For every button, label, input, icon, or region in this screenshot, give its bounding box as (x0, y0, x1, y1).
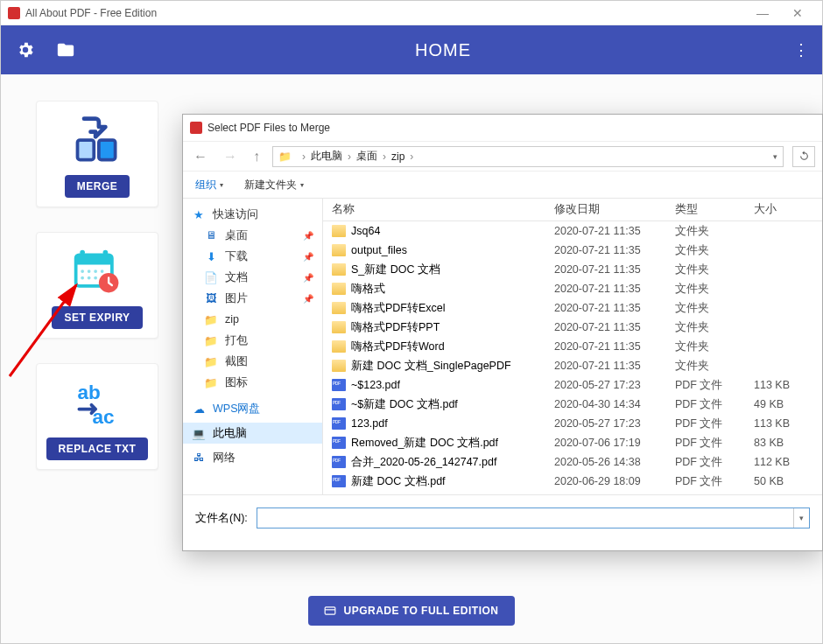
card-icon (324, 605, 336, 617)
col-name[interactable]: 名称 (332, 202, 554, 217)
file-row[interactable]: Jsq64 2020-07-21 11:35 文件夹 (323, 221, 822, 241)
desktop-icon: 🖥 (204, 228, 218, 242)
sidebar-wps[interactable]: ☁ WPS网盘 (183, 398, 322, 419)
dialog-title: Select PDF Files to Merge (208, 122, 330, 134)
col-type[interactable]: 类型 (675, 202, 754, 217)
window-title: All About PDF - Free Edition (25, 7, 745, 19)
star-icon: ★ (192, 207, 206, 221)
pc-icon: 💻 (192, 426, 206, 440)
col-size[interactable]: 大小 (754, 202, 822, 217)
titlebar: All About PDF - Free Edition — ✕ (1, 1, 822, 25)
upgrade-button[interactable]: UPGRADE TO FULL EDITION (308, 596, 514, 626)
folder-icon: 📁 (204, 333, 218, 347)
sidebar-item[interactable]: 🖥桌面📌 (183, 225, 322, 246)
nav-up-button[interactable]: ↑ (250, 149, 264, 164)
file-row[interactable]: 123.pdf 2020-05-27 17:23 PDF 文件 113 KB (323, 414, 822, 433)
dialog-sidebar: ★ 快速访问 🖥桌面📌⬇下载📌📄文档📌🖼图片📌📁zip📁打包📁截图📁图标 ☁ W… (183, 199, 323, 494)
nav-back-button[interactable]: ← (190, 149, 211, 164)
filename-input[interactable] (257, 508, 793, 528)
refresh-button[interactable] (792, 146, 815, 167)
network-icon: 🖧 (192, 451, 206, 465)
sidebar-network[interactable]: 🖧 网络 (183, 447, 322, 468)
app-header: HOME ⋮ (1, 25, 822, 74)
file-row[interactable]: 合并_2020-05-26_142747.pdf 2020-05-26 14:3… (323, 452, 822, 472)
svg-text:ac: ac (92, 406, 114, 428)
pdf-icon (332, 456, 346, 468)
pdf-icon (332, 398, 346, 410)
pdf-icon (332, 437, 346, 449)
sidebar-quickaccess[interactable]: ★ 快速访问 (183, 204, 322, 225)
doc-icon: 📄 (204, 270, 218, 284)
page-title: HOME (415, 40, 471, 60)
file-row[interactable]: 新建 DOC 文档.pdf 2020-06-29 18:09 PDF 文件 50… (323, 472, 822, 491)
pin-icon: 📌 (303, 273, 313, 283)
svg-rect-3 (76, 255, 112, 264)
crumb-2[interactable]: zip (391, 150, 404, 163)
file-row[interactable]: 嗨格式PDF转PPT 2020-07-21 11:35 文件夹 (323, 318, 822, 337)
file-open-dialog: Select PDF Files to Merge ← → ↑ 📁 › 此电脑 … (182, 114, 823, 551)
open-folder-button[interactable] (53, 38, 78, 62)
sidebar-thispc[interactable]: 💻 此电脑 (183, 423, 322, 444)
file-list[interactable]: Jsq64 2020-07-21 11:35 文件夹 output_files … (323, 221, 822, 494)
sidebar-item[interactable]: 🖼图片📌 (183, 288, 322, 309)
file-row[interactable]: 嗨格式PDF转Excel 2020-07-21 11:35 文件夹 (323, 298, 822, 318)
sidebar-item[interactable]: 📁截图 (183, 351, 322, 372)
organize-menu[interactable]: 组织 (195, 178, 223, 192)
breadcrumb[interactable]: 📁 › 此电脑 › 桌面 › zip › ▾ (272, 146, 784, 167)
folder-icon (332, 283, 346, 295)
file-row[interactable]: ~$新建 DOC 文档.pdf 2020-04-30 14:34 PDF 文件 … (323, 395, 822, 414)
replace-text-icon: ab ac (69, 374, 125, 430)
overflow-menu-button[interactable]: ⋮ (792, 40, 810, 60)
dialog-nav: ← → ↑ 📁 › 此电脑 › 桌面 › zip › ▾ (183, 141, 822, 171)
folder-icon (332, 321, 346, 333)
new-folder-button[interactable]: 新建文件夹 (244, 178, 304, 192)
card-replace-txt: ab ac REPLACE TXT (36, 363, 158, 470)
sidebar-item[interactable]: 📁zip (183, 309, 322, 330)
svg-point-5 (103, 250, 109, 256)
minimize-button[interactable]: — (745, 6, 780, 20)
file-list-header: 名称 修改日期 类型 大小 (323, 199, 822, 221)
path-dropdown[interactable]: ▾ (773, 152, 777, 161)
file-row[interactable]: 嗨格式PDF转Word 2020-07-21 11:35 文件夹 (323, 337, 822, 356)
filename-dropdown[interactable]: ▾ (793, 508, 809, 528)
close-button[interactable]: ✕ (780, 6, 815, 20)
file-row[interactable]: 嗨格式 2020-07-21 11:35 文件夹 (323, 279, 822, 298)
file-row[interactable]: Removed_新建 DOC 文档.pdf 2020-07-06 17:19 P… (323, 433, 822, 452)
folder-icon: 📁 (204, 375, 218, 389)
crumb-0[interactable]: 此电脑 (311, 149, 342, 164)
col-date[interactable]: 修改日期 (554, 202, 675, 217)
set-expiry-button[interactable]: SET EXPIRY (52, 306, 142, 329)
file-row[interactable]: ~$123.pdf 2020-05-27 17:23 PDF 文件 113 KB (323, 375, 822, 395)
svg-point-12 (94, 276, 97, 280)
sidebar-item[interactable]: ⬇下载📌 (183, 246, 322, 267)
folder-icon (332, 244, 346, 256)
calendar-clock-icon (69, 243, 125, 299)
crumb-1[interactable]: 桌面 (356, 149, 377, 164)
app-icon (8, 7, 20, 19)
merge-button[interactable]: MERGE (65, 175, 130, 198)
svg-rect-16 (326, 607, 336, 614)
sidebar-item[interactable]: 📁打包 (183, 330, 322, 351)
file-row[interactable]: output_files 2020-07-21 11:35 文件夹 (323, 241, 822, 260)
pdf-icon (332, 379, 346, 391)
pic-icon: 🖼 (204, 291, 218, 305)
file-list-panel: 名称 修改日期 类型 大小 Jsq64 2020-07-21 11:35 文件夹… (323, 199, 822, 494)
card-merge: MERGE (36, 101, 158, 207)
upgrade-bar: UPGRADE TO FULL EDITION (1, 596, 822, 626)
svg-point-8 (94, 270, 97, 273)
svg-point-9 (101, 270, 104, 273)
file-row[interactable]: 新建 DOC 文档_SinglePagePDF 2020-07-21 11:35… (323, 356, 822, 375)
nav-forward-button[interactable]: → (220, 149, 241, 164)
pin-icon: 📌 (303, 231, 313, 241)
pdf-icon (332, 475, 346, 487)
card-set-expiry: SET EXPIRY (36, 232, 158, 339)
folder-icon (332, 263, 346, 276)
dialog-toolbar: 组织 新建文件夹 (183, 171, 822, 199)
sidebar-item[interactable]: 📄文档📌 (183, 267, 322, 288)
svg-point-7 (88, 270, 91, 273)
sidebar-item[interactable]: 📁图标 (183, 372, 322, 393)
replace-txt-button[interactable]: REPLACE TXT (46, 438, 149, 460)
svg-point-11 (88, 276, 91, 280)
settings-button[interactable] (13, 38, 38, 62)
file-row[interactable]: S_新建 DOC 文档 2020-07-21 11:35 文件夹 (323, 260, 822, 279)
